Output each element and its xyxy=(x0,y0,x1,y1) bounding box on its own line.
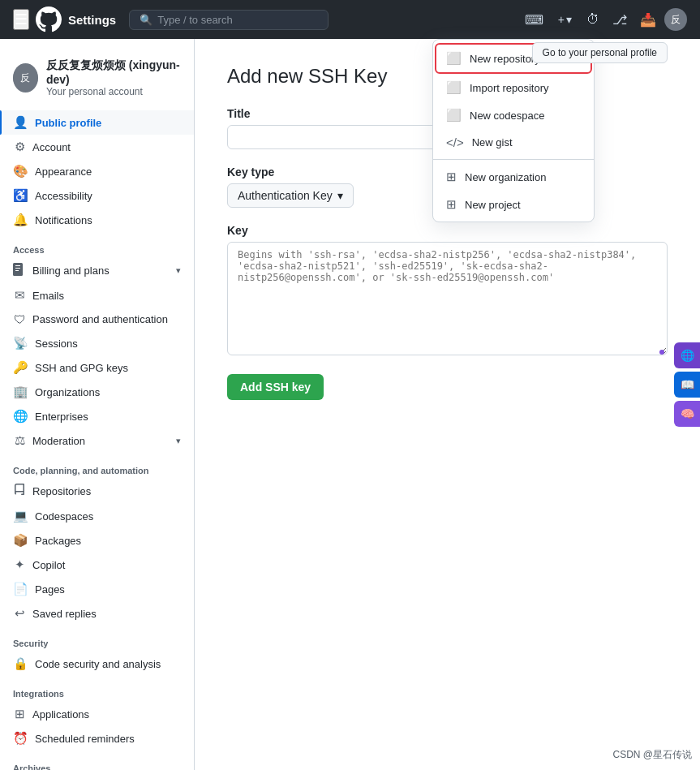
sidebar-label-notifications: Notifications xyxy=(35,214,92,226)
main-layout: 反 反反复复烦烦烦 (xingyun-dev) Your personal ac… xyxy=(0,39,700,770)
key-label: Key xyxy=(227,224,668,237)
password-icon: 🛡 xyxy=(13,312,26,326)
dropdown-item-new-project[interactable]: ⊞ New project xyxy=(433,191,594,218)
import-repo-icon: ⬜ xyxy=(446,80,462,95)
pr-button[interactable]: ⎇ xyxy=(608,7,632,32)
sidebar-item-saved-replies[interactable]: ↩ Saved replies xyxy=(0,601,194,626)
sidebar-item-sessions[interactable]: 📡 Sessions xyxy=(0,331,194,355)
notifications-icon: 🔔 xyxy=(13,213,28,227)
sidebar-label-appearance: Appearance xyxy=(35,166,92,178)
sidebar-label-codespaces: Codespaces xyxy=(35,510,93,523)
floating-btn-3[interactable]: 🧠 xyxy=(674,401,700,427)
sidebar-item-repositories[interactable]: Repositories xyxy=(0,479,194,504)
sidebar-item-copilot[interactable]: ✦ Copilot xyxy=(0,553,194,577)
timer-button[interactable]: ⏱ xyxy=(582,7,604,32)
sidebar-section-security: Security 🔒 Code security and analysis xyxy=(0,626,194,676)
sidebar-item-scheduled-reminders[interactable]: ⏰ Scheduled reminders xyxy=(0,726,194,751)
terminal-button[interactable]: ⌨ xyxy=(520,7,548,32)
key-type-value: Authentication Key xyxy=(238,189,333,202)
avatar[interactable]: 反 xyxy=(664,8,687,31)
sidebar-item-billing[interactable]: Billing and plans ▾ xyxy=(0,258,194,283)
copilot-icon: ✦ xyxy=(13,557,26,572)
archives-section-label: Archives xyxy=(0,751,194,770)
account-icon: ⚙ xyxy=(13,140,26,154)
saved-replies-icon: ↩ xyxy=(13,606,26,621)
floating-btn-2[interactable]: 📖 xyxy=(674,372,700,398)
add-ssh-key-button[interactable]: Add SSH key xyxy=(227,374,324,400)
accessibility-icon: ♿ xyxy=(13,188,28,203)
sidebar-item-public-profile[interactable]: 👤 Public profile xyxy=(0,110,194,135)
sidebar-item-password-auth[interactable]: 🛡 Password and authentication xyxy=(0,308,194,331)
floating-icon-3: 🧠 xyxy=(681,407,694,420)
sidebar-section-access: Access Billing and plans ▾ ✉ Emails 🛡 Pa… xyxy=(0,232,194,453)
sidebar-item-codespaces[interactable]: 💻 Codespaces xyxy=(0,504,194,528)
repo-icon: ⬜ xyxy=(446,51,462,66)
moderation-chevron: ▾ xyxy=(176,436,181,446)
sidebar-section-archives: Archives 🗒 Security log 🗒 Sponsorship lo… xyxy=(0,751,194,770)
sidebar: 反 反反复复烦烦烦 (xingyun-dev) Your personal ac… xyxy=(0,39,195,770)
sidebar-label-scheduled-reminders: Scheduled reminders xyxy=(35,733,135,745)
sidebar-label-ssh-gpg: SSH and GPG keys xyxy=(35,362,128,374)
org-nav-icon: 🏢 xyxy=(13,385,28,399)
hamburger-button[interactable]: ☰ xyxy=(13,9,29,30)
topnav: ☰ Settings 🔍 Type / to search ⌨ + ▾ ⏱ ⎇ … xyxy=(0,0,700,39)
emails-icon: ✉ xyxy=(13,288,26,303)
sidebar-item-pages[interactable]: 📄 Pages xyxy=(0,577,194,601)
project-icon: ⊞ xyxy=(446,197,457,212)
key-input[interactable] xyxy=(227,242,668,355)
go-to-profile-button[interactable]: Go to your personal profile xyxy=(532,42,668,63)
plus-button[interactable]: + ▾ xyxy=(552,10,578,29)
sidebar-label-billing: Billing and plans xyxy=(32,265,110,277)
sidebar-item-enterprises[interactable]: 🌐 Enterprises xyxy=(0,404,194,428)
floating-btn-1[interactable]: 🌐 xyxy=(674,342,700,368)
scheduled-reminders-icon: ⏰ xyxy=(13,731,28,746)
watermark: CSDN @星石传说 xyxy=(612,748,692,762)
sidebar-item-emails[interactable]: ✉ Emails xyxy=(0,283,194,308)
settings-title: Settings xyxy=(68,13,116,27)
sidebar-section-personal: 👤 Public profile ⚙ Account 🎨 Appearance … xyxy=(0,110,194,232)
sidebar-sublabel: Your personal account xyxy=(46,86,181,97)
sidebar-username: 反反复复烦烦烦 (xingyun-dev) xyxy=(46,58,181,86)
sidebar-label-moderation: Moderation xyxy=(32,435,85,447)
dropdown-item-new-organization[interactable]: ⊞ New organization xyxy=(433,163,594,191)
appearance-icon: 🎨 xyxy=(13,164,28,179)
sessions-icon: 📡 xyxy=(13,336,28,351)
sidebar-item-ssh-gpg[interactable]: 🔑 SSH and GPG keys xyxy=(0,355,194,380)
plus-dropdown-menu: ⬜ New repository ⬜ Import repository ⬜ N… xyxy=(432,39,595,222)
sidebar-label-pages: Pages xyxy=(35,583,65,596)
sidebar-label-packages: Packages xyxy=(35,535,81,547)
search-bar[interactable]: 🔍 Type / to search xyxy=(129,10,329,30)
sidebar-item-packages[interactable]: 📦 Packages xyxy=(0,528,194,553)
applications-icon: ⊞ xyxy=(13,707,26,721)
sidebar-label-enterprises: Enterprises xyxy=(35,411,88,423)
inbox-button[interactable]: 📥 xyxy=(635,7,661,32)
sidebar-label-repositories: Repositories xyxy=(32,485,91,497)
dropdown-item-new-gist[interactable]: </> New gist xyxy=(433,129,594,156)
sidebar-label-emails: Emails xyxy=(32,290,64,302)
billing-chevron: ▾ xyxy=(176,265,181,276)
sidebar-item-account[interactable]: ⚙ Account xyxy=(0,135,194,159)
sidebar-item-accessibility[interactable]: ♿ Accessibility xyxy=(0,183,194,208)
sidebar-item-appearance[interactable]: 🎨 Appearance xyxy=(0,159,194,183)
sidebar-item-applications[interactable]: ⊞ Applications xyxy=(0,702,194,726)
org-icon: ⊞ xyxy=(446,170,457,184)
sidebar-item-code-security[interactable]: 🔒 Code security and analysis xyxy=(0,652,194,676)
code-section-label: Code, planning, and automation xyxy=(0,453,194,479)
dropdown-item-import-repository[interactable]: ⬜ Import repository xyxy=(433,74,594,101)
packages-icon: 📦 xyxy=(13,533,28,548)
billing-icon xyxy=(13,263,26,278)
dropdown-item-new-codespace[interactable]: ⬜ New codespace xyxy=(433,101,594,129)
new-organization-label: New organization xyxy=(465,171,546,183)
key-type-button[interactable]: Authentication Key ▾ xyxy=(227,183,354,208)
sidebar-label-account: Account xyxy=(32,141,71,153)
ssh-icon: 🔑 xyxy=(13,360,28,375)
sidebar-user-section: 反 反反复复烦烦烦 (xingyun-dev) Your personal ac… xyxy=(0,52,194,110)
sidebar-section-integrations: Integrations ⊞ Applications ⏰ Scheduled … xyxy=(0,676,194,751)
sidebar-item-notifications[interactable]: 🔔 Notifications xyxy=(0,208,194,232)
search-icon: 🔍 xyxy=(140,14,152,26)
sidebar-item-organizations[interactable]: 🏢 Organizations xyxy=(0,380,194,404)
new-codespace-label: New codespace xyxy=(470,110,545,122)
sidebar-item-moderation[interactable]: ⚖ Moderation ▾ xyxy=(0,428,194,453)
sidebar-avatar: 反 xyxy=(13,63,38,92)
access-section-label: Access xyxy=(0,232,194,258)
